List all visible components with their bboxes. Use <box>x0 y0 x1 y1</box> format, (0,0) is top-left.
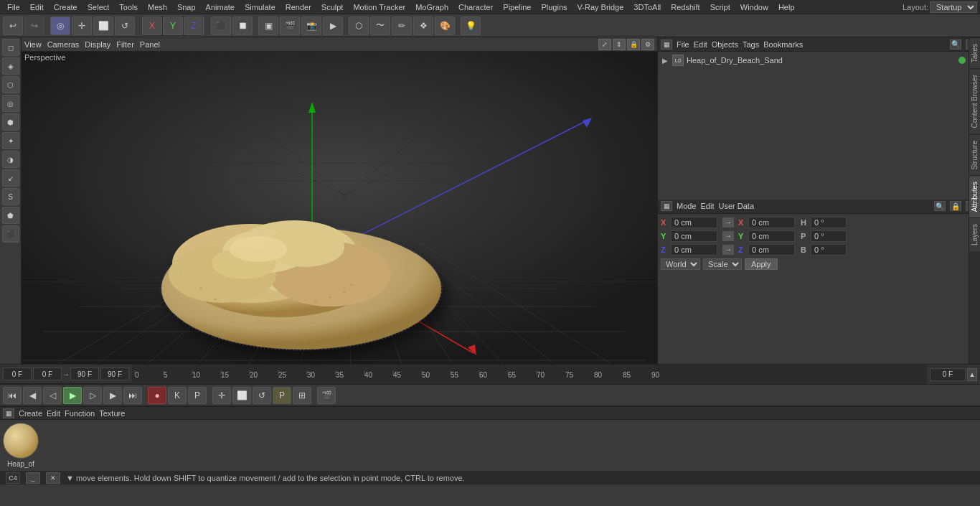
scale-button[interactable]: ⬜ <box>93 17 113 35</box>
range-end-input[interactable] <box>70 367 99 380</box>
mat-menu-texture[interactable]: Texture <box>99 409 125 418</box>
prev-frame-button[interactable]: ◁ <box>43 387 62 404</box>
viewport-canvas[interactable]: Perspective <box>22 52 657 364</box>
next-key-button[interactable]: ▶ <box>103 387 122 404</box>
motion-clip-button[interactable]: P <box>188 387 207 404</box>
t-p-button[interactable]: P <box>273 387 291 404</box>
h-input[interactable] <box>811 217 847 228</box>
menu-character[interactable]: Character <box>454 1 497 13</box>
attr-lock-icon[interactable]: 🔒 <box>950 201 961 211</box>
vp-menu-panel[interactable]: Panel <box>140 40 160 49</box>
mat-menu-create[interactable]: Create <box>19 409 42 418</box>
t-scale-button[interactable]: ⬜ <box>232 387 251 404</box>
vp-ctrl-lock[interactable]: 🔒 <box>627 39 640 50</box>
transfer-y-btn[interactable]: → <box>722 231 734 241</box>
menu-simulate[interactable]: Simulate <box>240 1 280 13</box>
menu-mograph[interactable]: MoGraph <box>411 1 453 13</box>
apply-button[interactable]: Apply <box>745 258 778 270</box>
tab-layers[interactable]: Layers <box>969 217 980 251</box>
vp-ctrl-arrows[interactable]: ⇕ <box>613 39 626 50</box>
go-to-end-button[interactable]: ⏭ <box>123 387 142 404</box>
b-input[interactable] <box>811 244 847 256</box>
frame-up-btn[interactable]: ▲ <box>967 368 977 381</box>
viewport[interactable]: View Cameras Display Filter Panel ⤢ ⇕ 🔒 … <box>22 37 657 364</box>
auto-key-button[interactable]: K <box>168 387 187 404</box>
menu-select[interactable]: Select <box>83 1 114 13</box>
play-button[interactable]: ▶ <box>63 387 82 404</box>
vp-menu-display[interactable]: Display <box>85 40 110 49</box>
t-grid-button[interactable]: ⊞ <box>293 387 311 404</box>
t-film-button[interactable]: 🎬 <box>317 387 336 404</box>
spline-button[interactable]: 〜 <box>370 17 390 35</box>
render-viewport-button[interactable]: ▶ <box>323 17 343 35</box>
attr-menu-mode[interactable]: Mode <box>677 202 697 210</box>
t-move-button[interactable]: ✛ <box>212 387 231 404</box>
start-frame-input[interactable] <box>3 367 32 380</box>
menu-help[interactable]: Help <box>774 1 799 13</box>
object-visibility-dot[interactable] <box>958 57 966 64</box>
scale-coord-select[interactable]: Scale <box>703 258 742 270</box>
menu-redshift[interactable]: Redshift <box>666 1 704 13</box>
z-rot-input[interactable] <box>748 244 795 256</box>
close-status-button[interactable]: ✕ <box>46 472 60 484</box>
cinema4d-logo-icon[interactable]: C4 <box>6 472 20 484</box>
draw-button[interactable]: ✏ <box>392 17 412 35</box>
lt-tool-5[interactable]: ✦ <box>2 132 19 149</box>
mat-menu-edit[interactable]: Edit <box>47 409 60 418</box>
attr-search-icon[interactable]: 🔍 <box>934 201 946 211</box>
obj-menu-tags[interactable]: Tags <box>743 40 759 49</box>
floor-object-button[interactable]: ⬡ <box>349 17 369 35</box>
search-icon[interactable]: 🔍 <box>950 39 961 50</box>
render-picture-button[interactable]: 🎬 <box>280 17 300 35</box>
vp-ctrl-settings[interactable]: ⚙ <box>641 39 654 50</box>
move-button[interactable]: ✛ <box>72 17 92 35</box>
texture-mode-button[interactable]: 🔲 <box>232 17 253 35</box>
current-frame-display[interactable] <box>930 368 966 381</box>
menu-mesh[interactable]: Mesh <box>143 1 171 13</box>
menu-vray[interactable]: V-Ray Bridge <box>573 1 628 13</box>
render-to-po-button[interactable]: 📸 <box>301 17 321 35</box>
lt-tool-9[interactable]: ⬛ <box>2 225 19 243</box>
vp-menu-filter[interactable]: Filter <box>116 40 133 49</box>
minimize-status-button[interactable]: _ <box>26 472 40 484</box>
obj-menu-edit[interactable]: Edit <box>694 40 707 49</box>
lt-tool-2[interactable]: ⬡ <box>2 76 19 93</box>
max-frame-input[interactable] <box>100 367 129 380</box>
render-active-button[interactable]: ▣ <box>258 17 278 35</box>
lt-tool-7[interactable]: ↙ <box>2 169 19 187</box>
attr-menu-userdata[interactable]: User Data <box>719 202 755 210</box>
world-coord-select[interactable]: World <box>661 258 700 270</box>
attr-menu-edit[interactable]: Edit <box>701 202 715 210</box>
tab-structure[interactable]: Structure <box>969 134 980 176</box>
z-axis-button[interactable]: Z <box>184 17 204 35</box>
t-rotate-button[interactable]: ↺ <box>253 387 271 404</box>
menu-3dtoall[interactable]: 3DToAll <box>629 1 665 13</box>
go-to-start-button[interactable]: ⏮ <box>3 387 22 404</box>
y-rot-input[interactable] <box>748 230 795 242</box>
transfer-x-btn[interactable]: → <box>722 217 734 228</box>
vp-ctrl-expand[interactable]: ⤢ <box>598 39 611 50</box>
obj-menu-file[interactable]: File <box>677 40 689 49</box>
obj-menu-bookmarks[interactable]: Bookmarks <box>763 40 803 49</box>
menu-edit[interactable]: Edit <box>26 1 48 13</box>
tab-attributes[interactable]: Attributes <box>969 175 980 217</box>
layout-select[interactable]: Startup <box>930 1 977 13</box>
menu-sculpt[interactable]: Sculpt <box>317 1 348 13</box>
object-item-heap[interactable]: ▶ L0 Heap_of_Dry_Beach_Sand <box>659 53 979 67</box>
y-pos-input[interactable] <box>671 230 717 242</box>
mat-menu-function[interactable]: Function <box>65 409 95 418</box>
vp-menu-cameras[interactable]: Cameras <box>47 40 80 49</box>
lt-tool-4[interactable]: ⬢ <box>2 113 19 131</box>
redo-button[interactable]: ↪ <box>24 17 44 35</box>
range-start-input[interactable] <box>33 367 62 380</box>
y-axis-button[interactable]: Y <box>163 17 183 35</box>
live-selection-button[interactable]: ◎ <box>50 17 70 35</box>
obj-menu-objects[interactable]: Objects <box>712 40 738 49</box>
menu-file[interactable]: File <box>3 1 24 13</box>
menu-plugins[interactable]: Plugins <box>537 1 571 13</box>
material-panel-icon[interactable]: ▦ <box>3 408 14 418</box>
x-axis-button[interactable]: X <box>142 17 162 35</box>
tab-takes[interactable]: Takes <box>969 37 980 68</box>
material-item[interactable]: Heap_of <box>3 423 39 468</box>
record-button[interactable]: ● <box>148 387 166 404</box>
